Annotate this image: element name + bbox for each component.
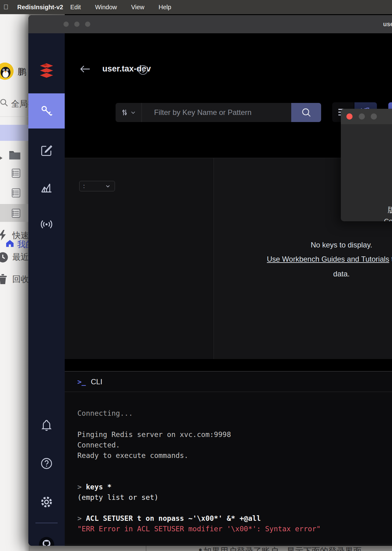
- empty-state-hint: Use Workbench Guides and Tutorials to qu…: [267, 255, 392, 263]
- cli-error-line: "ERR Error in ACL SETUSER modifier '\x00…: [77, 525, 321, 533]
- cli-panel: >_ CLI Connecting... Pinging Redis serve…: [65, 372, 392, 544]
- broadcast-icon: [40, 218, 53, 231]
- popup-zoom-button[interactable]: [371, 113, 377, 120]
- delimiter-dropdown[interactable]: :: [79, 181, 115, 191]
- popup-window: 版 Co: [341, 109, 392, 221]
- apple-menu-icon[interactable]: : [2, 3, 10, 11]
- divider: [0, 116, 30, 117]
- popup-titlebar[interactable]: [341, 109, 392, 124]
- sidebar-item-workbench[interactable]: [28, 141, 65, 160]
- workbench-guides-link[interactable]: Use Workbench Guides and Tutorials: [267, 255, 389, 263]
- popup-minimize-button[interactable]: [359, 113, 365, 120]
- popup-text-fragment: 版: [388, 205, 392, 215]
- profile-name[interactable]: 鹏: [18, 66, 26, 78]
- cli-output-line: Ready to execute commands.: [77, 451, 188, 459]
- sidebar-item-browser[interactable]: [28, 93, 65, 129]
- filter-type-dropdown[interactable]: [116, 103, 142, 122]
- recent-clock-icon[interactable]: [0, 251, 9, 263]
- minimize-window-button[interactable]: [74, 22, 80, 27]
- delimiter-value: :: [83, 183, 85, 190]
- lightning-icon[interactable]: [0, 229, 8, 241]
- popup-text-fragment: Co: [384, 217, 392, 221]
- global-search-label[interactable]: 全局搜索: [11, 98, 30, 109]
- terminal-prompt-icon: >_: [77, 378, 86, 386]
- cli-header: >_ CLI: [65, 372, 392, 392]
- bullet-point: ●: [198, 546, 202, 551]
- key-tree-panel: :: [65, 158, 214, 359]
- macos-menu-bar:  RedisInsight-v2 Edit Window View Help: [0, 0, 392, 14]
- analytics-chart-icon: [40, 181, 53, 194]
- empty-state-hint-tail: data.: [214, 270, 392, 278]
- search-icon: [301, 107, 312, 118]
- menu-item-help[interactable]: Help: [152, 4, 178, 11]
- menu-item-view[interactable]: View: [124, 4, 152, 11]
- trash-icon[interactable]: [0, 273, 8, 285]
- key-icon: [39, 104, 54, 118]
- github-icon: [38, 536, 55, 546]
- document-icon[interactable]: [10, 208, 22, 219]
- chevron-down-icon: [105, 183, 111, 189]
- menu-item-window[interactable]: Window: [88, 4, 124, 11]
- popup-close-button[interactable]: [346, 113, 353, 120]
- sidebar-item-pubsub[interactable]: [28, 215, 65, 234]
- notifications-button[interactable]: [28, 416, 65, 435]
- search-button[interactable]: [291, 103, 321, 122]
- penguin-avatar-icon: [0, 63, 14, 80]
- sidebar-item-quick[interactable]: 快速: [12, 230, 29, 241]
- help-button[interactable]: [28, 454, 65, 473]
- bell-icon: [40, 419, 53, 432]
- cli-output-line: Connected.: [77, 441, 120, 449]
- cli-command-line: > ACL SETUSER t on nopass ~'\x00*' &* +@…: [77, 514, 261, 522]
- settings-button[interactable]: [28, 492, 65, 512]
- screen:  RedisInsight-v2 Edit Window View Help …: [0, 0, 392, 551]
- cli-title: CLI: [91, 378, 102, 386]
- bottom-toolbar: >_ CLI Command Helper: [65, 545, 392, 546]
- empty-state-hint-suffix: to quickly load the: [389, 255, 392, 263]
- window-titlebar[interactable]: user.tax-dev: [28, 15, 392, 33]
- close-window-button[interactable]: [63, 22, 69, 27]
- document-icon[interactable]: [10, 187, 22, 198]
- question-circle-icon: [40, 457, 53, 470]
- menu-app-name[interactable]: RedisInsight-v2: [17, 4, 63, 11]
- avatar[interactable]: [0, 63, 14, 80]
- global-search-icon[interactable]: [0, 98, 9, 107]
- document-icon[interactable]: [10, 168, 22, 179]
- back-button[interactable]: [79, 64, 91, 74]
- zoom-window-button[interactable]: [85, 22, 90, 27]
- cli-output-line: Connecting...: [77, 409, 133, 417]
- cli-output-line: (empty list or set): [77, 493, 158, 501]
- sidebar-item-my-docs[interactable]: 我的: [0, 125, 30, 141]
- sidebar-item-analytics[interactable]: [28, 178, 65, 197]
- empty-state-title: No keys to display.: [214, 241, 392, 249]
- app-sidebar: [28, 33, 65, 546]
- gear-icon: [39, 495, 54, 509]
- popup-body: 版 Co: [341, 124, 392, 221]
- filter-sliders-icon: [120, 108, 129, 116]
- redisinsight-window: user.tax-dev: [28, 15, 392, 546]
- cli-command-line: > keys *: [77, 483, 112, 491]
- sidebar-divider: [35, 523, 58, 523]
- key-filter-input-box[interactable]: Filter by Key Name or Pattern: [116, 103, 291, 122]
- info-icon[interactable]: [137, 64, 149, 76]
- sidebar-item-recycle[interactable]: 回收: [12, 274, 29, 285]
- filter-input-placeholder[interactable]: Filter by Key Name or Pattern: [154, 108, 251, 117]
- background-note-text: 如果用户登录了账户，显示下面的登录界面: [203, 545, 361, 551]
- expand-caret-icon[interactable]: [0, 156, 3, 161]
- chevron-down-icon: [130, 109, 137, 116]
- window-title: user.tax-dev: [383, 21, 392, 28]
- redis-logo[interactable]: [28, 61, 65, 82]
- github-link[interactable]: [28, 535, 65, 546]
- sidebar-item-recent[interactable]: 最近: [12, 251, 29, 263]
- menu-item-edit[interactable]: Edit: [63, 4, 88, 11]
- folder-icon[interactable]: [9, 149, 21, 160]
- cli-output-line: Pinging Redis server on xvc.com:9998: [77, 431, 231, 439]
- pencil-square-icon: [40, 144, 53, 157]
